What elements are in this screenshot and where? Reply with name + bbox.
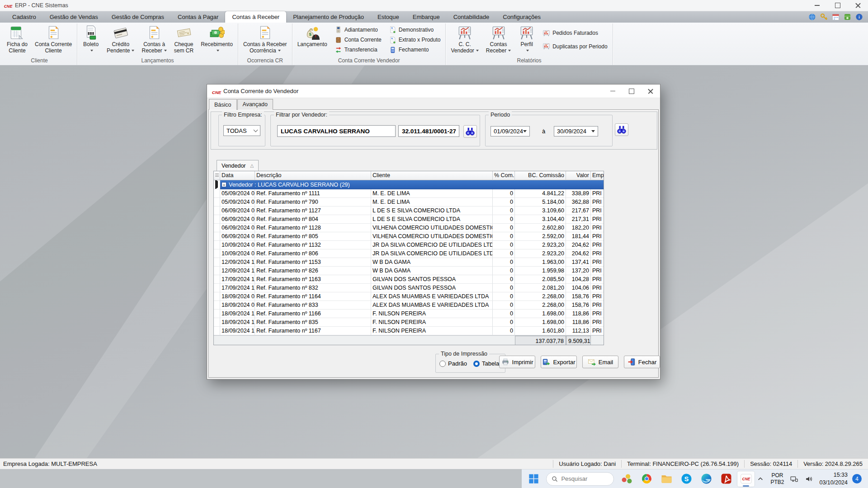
table-row[interactable]: 10/09/2024 08Ref. Faturamento nº 806JR D…	[214, 249, 604, 258]
notification-badge[interactable]: 4	[852, 474, 862, 483]
network-button[interactable]	[788, 474, 799, 484]
ribbon-item-transferencia[interactable]: Transferencia	[333, 46, 383, 54]
ribbon-item-pedidos-faturados[interactable]: Pedidos Faturados	[541, 29, 609, 38]
table-row[interactable]: 06/09/2024 09Ref. Faturamento nº 1128VIL…	[214, 224, 604, 232]
periodo-from-select[interactable]: 01/09/2024	[491, 126, 530, 136]
column-header-valor[interactable]: Valor	[566, 171, 591, 180]
menu-tray-key-button[interactable]	[820, 13, 828, 21]
print-option-padrao[interactable]: Padrão	[439, 360, 467, 367]
table-row[interactable]: 18/09/2024 08Ref. Faturamento nº 833ALEX…	[214, 301, 604, 310]
maximize-button[interactable]	[827, 0, 848, 11]
menu-tray-package-button[interactable]	[843, 13, 852, 21]
ribbon-item-contas-a-receber-ocorrencia[interactable]: Contas à ReceberOcorrência	[240, 24, 290, 55]
menu-tray-info-button[interactable]: i	[855, 13, 863, 21]
taskbar-app-edge[interactable]	[697, 471, 715, 487]
table-row[interactable]: 05/09/2024 09Ref. Faturamento nº 790M. E…	[214, 198, 604, 206]
taskbar-app-skype[interactable]: S	[677, 471, 695, 487]
taskbar-search[interactable]	[546, 472, 614, 486]
menu-tab-cadastro[interactable]: Cadastro	[5, 11, 43, 23]
search-periodo-button[interactable]	[615, 123, 628, 136]
ribbon-item-conta-corrente-cliente[interactable]: Conta CorrenteCliente	[32, 24, 75, 55]
ribbon-item-recebimento[interactable]: Recebimento	[198, 24, 236, 55]
ribbon-item-demonstrativo[interactable]: Demonstrativo	[387, 25, 442, 34]
language-indicator[interactable]: POR PTB2	[770, 472, 784, 486]
ribbon-item-contas-a-receber[interactable]: Contas àReceber	[138, 24, 170, 55]
table-row[interactable]: 06/09/2024 09Ref. Faturamento nº 804L DE…	[214, 215, 604, 224]
table-row[interactable]: 18/09/2024 10Ref. Faturamento nº 835F. N…	[214, 318, 604, 327]
ribbon-item-adiantamento[interactable]: Adiantamento	[333, 25, 383, 34]
ribbon-item-ficha-do-cliente[interactable]: Ficha doCliente	[4, 24, 31, 55]
menu-tray-globe-button[interactable]	[808, 13, 816, 21]
ribbon-item-boleto[interactable]: Boleto	[79, 24, 103, 55]
grid-view-tab[interactable]: Vendedor △	[217, 160, 259, 171]
table-row[interactable]: 05/09/2024 09Ref. Faturamento nº 1111M. …	[214, 189, 604, 198]
periodo-to-select[interactable]: 30/09/2024	[554, 126, 598, 136]
collapse-icon[interactable]	[222, 182, 226, 187]
minimize-button[interactable]	[807, 0, 827, 11]
taskbar-app-folder[interactable]	[657, 471, 675, 487]
ribbon-item-duplicatas-por-periodo[interactable]: Duplicatas por Periodo	[541, 42, 609, 51]
dialog-close-button[interactable]	[641, 84, 660, 98]
imprimir-button[interactable]: Imprimir	[499, 356, 535, 368]
menu-tab-gestao-de-vendas[interactable]: Gestão de Vendas	[43, 11, 105, 23]
table-row[interactable]: 18/09/2024 10Ref. Faturamento nº 1166F. …	[214, 310, 604, 318]
clock[interactable]: 15:33 03/10/2024	[819, 471, 848, 486]
menu-tab-planejamento-de-producao[interactable]: Planejamento de Produção	[286, 11, 371, 23]
ribbon-item-lancamento[interactable]: $Lançamento	[294, 24, 330, 48]
column-header-data[interactable]: Data	[220, 171, 255, 180]
column-header-cliente[interactable]: Cliente	[371, 171, 493, 180]
taskbar-app-acrobat[interactable]	[717, 471, 735, 487]
menu-tab-contas-a-pagar[interactable]: Contas à Pagar	[171, 11, 225, 23]
table-row[interactable]: 17/09/2024 11Ref. Faturamento nº 832GILV…	[214, 284, 604, 292]
table-row[interactable]: 12/09/2024 11Ref. Faturamento nº 826W B …	[214, 267, 604, 275]
table-row[interactable]: 18/09/2024 08Ref. Faturamento nº 1164ALE…	[214, 292, 604, 301]
ribbon-item-c-c-vendedor[interactable]: C. C.Vendedor	[448, 24, 481, 55]
volume-button[interactable]	[804, 474, 815, 484]
dialog-titlebar[interactable]: CNE Conta Corrente do Vendedor	[207, 84, 660, 98]
ribbon-item-contas-receber[interactable]: ContasReceber	[483, 24, 514, 55]
menu-tab-embarque[interactable]: Embarque	[406, 11, 447, 23]
dialog-minimize-button[interactable]	[603, 84, 622, 98]
grid-corner[interactable]	[214, 171, 220, 180]
menu-tab-contas-a-receber[interactable]: Contas à Receber	[225, 11, 286, 23]
taskbar-app-cne[interactable]: CNE	[737, 471, 755, 487]
menu-tab-gestao-de-compras[interactable]: Gestão de Compras	[105, 11, 171, 23]
empresa-select[interactable]: TODAS	[223, 125, 260, 136]
print-option-tabela[interactable]: Tabela	[473, 360, 499, 367]
ribbon-item-cheque-sem-cr[interactable]: Chequesem CR	[171, 24, 197, 55]
table-row[interactable]: 18/09/2024 10Ref. Faturamento nº 1167F. …	[214, 327, 604, 335]
vendedor-cnpj-input[interactable]	[398, 125, 459, 137]
column-header-bc-comissao[interactable]: BC. Comissão	[515, 171, 566, 180]
table-row[interactable]: 10/09/2024 08Ref. Faturamento nº 1132JR …	[214, 241, 604, 249]
table-row[interactable]: 17/09/2024 11Ref. Faturamento nº 1163GIL…	[214, 275, 604, 284]
column-header-descricao[interactable]: Descrição	[255, 171, 371, 180]
vendedor-nome-input[interactable]	[277, 125, 396, 137]
search-input[interactable]	[561, 475, 606, 482]
start-button[interactable]	[524, 471, 542, 487]
exportar-button[interactable]: Exportar	[541, 356, 577, 368]
fechar-button[interactable]: Fechar	[624, 356, 660, 368]
table-row[interactable]: 06/09/2024 09Ref. Faturamento nº 805VILH…	[214, 232, 604, 241]
column-header-empresa[interactable]: Empresa	[591, 171, 604, 180]
column-header-com[interactable]: % Com.	[493, 171, 515, 180]
table-row[interactable]: 06/09/2024 09Ref. Faturamento nº 1127L D…	[214, 206, 604, 215]
ribbon-item-credito-pendente[interactable]: CréditoPendente	[104, 24, 137, 55]
dialog-tab-avancado[interactable]: Avançado	[237, 99, 273, 110]
menu-tab-estoque[interactable]: Estoque	[371, 11, 406, 23]
ribbon-item-conta-corrente[interactable]: Conta Corrente	[333, 36, 383, 44]
menu-tab-contabilidade[interactable]: Contabilidade	[447, 11, 496, 23]
menu-tray-calendar-button[interactable]	[831, 13, 840, 21]
taskbar-app-dots[interactable]	[618, 471, 636, 487]
search-vendedor-button[interactable]	[463, 125, 477, 138]
ribbon-item-perfil[interactable]: Perfil	[515, 24, 538, 55]
close-button[interactable]	[848, 0, 868, 11]
ribbon-item-extrato-x-produto[interactable]: Extrato x Produto	[387, 36, 442, 44]
email-button[interactable]: Email	[582, 356, 618, 368]
tray-chevron-button[interactable]	[755, 474, 766, 484]
group-row[interactable]: Vendedor : LUCAS CARVALHO SERRANO (29)	[214, 180, 604, 189]
dialog-tab-basico[interactable]: Básico	[209, 99, 237, 110]
menu-tab-configuracoes[interactable]: Configurações	[496, 11, 547, 23]
dialog-maximize-button[interactable]	[622, 84, 641, 98]
taskbar-app-chrome[interactable]	[637, 471, 656, 487]
table-row[interactable]: 12/09/2024 11Ref. Faturamento nº 1153W B…	[214, 258, 604, 267]
